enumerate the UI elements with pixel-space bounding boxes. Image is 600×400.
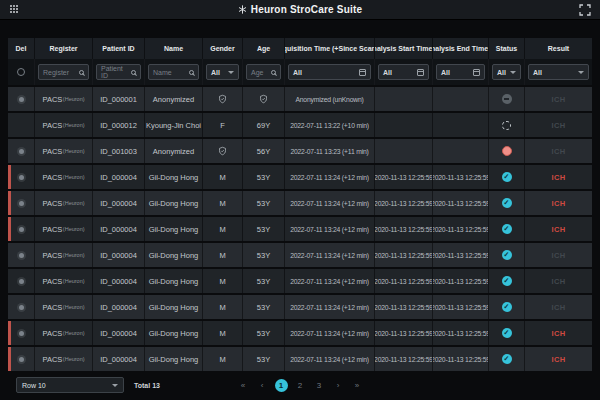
filter-cell-del [8, 59, 34, 85]
filter-input-age[interactable]: Age [246, 64, 281, 80]
status-done-icon [502, 250, 512, 260]
status-cell [488, 295, 524, 319]
acquisition-time-cell: 2022-07-11 13:24 (+12 min) [284, 295, 374, 319]
table-row[interactable]: PACS(Heuron)ID_000004Gil-Dong HongM53Y20… [8, 191, 592, 215]
column-header-patient-id: Patient ID [92, 38, 144, 59]
register-value: PACS [42, 199, 62, 208]
register-cell: PACS(Heuron) [34, 321, 92, 345]
name-cell: Gil-Dong Hong [144, 295, 202, 319]
column-header-label: Status [496, 45, 517, 52]
delete-button[interactable] [19, 201, 24, 206]
status-blocked-icon [502, 94, 512, 104]
table-row[interactable]: PACS(Heuron)ID_000012Kyoung-Jin ChoiF69Y… [8, 113, 592, 137]
analysis-start-cell: 2020-11-13 12:25:59 [374, 347, 432, 371]
table-row[interactable]: PACS(Heuron)ID_000004Gil-Dong HongM53Y20… [8, 165, 592, 189]
delete-button[interactable] [19, 97, 24, 102]
register-suffix: (Heuron) [63, 278, 85, 284]
table-body: PACS(Heuron)ID_000001AnonymizedAnonymize… [8, 87, 592, 371]
chevron-down-icon [578, 71, 584, 74]
result-cell: ICH [524, 165, 592, 189]
apps-grid-icon[interactable] [10, 5, 20, 15]
delete-button[interactable] [19, 357, 24, 362]
filter-select-status[interactable]: All [492, 64, 521, 80]
name-cell: Anonymized [144, 139, 202, 163]
register-cell: PACS(Heuron) [34, 139, 92, 163]
table-row[interactable]: PACS(Heuron)ID_000004Gil-Dong HongM53Y20… [8, 347, 592, 371]
page-last-button[interactable]: » [351, 379, 364, 392]
name-cell: Gil-Dong Hong [144, 165, 202, 189]
register-cell: PACS(Heuron) [34, 217, 92, 241]
table-row[interactable]: PACS(Heuron)ID_000004Gil-Dong HongM53Y20… [8, 321, 592, 345]
register-value: PACS [42, 121, 62, 130]
column-header-label: Analysis Start Time [374, 45, 432, 52]
delete-button[interactable] [19, 253, 24, 258]
fullscreen-icon[interactable] [579, 4, 591, 16]
table-row[interactable]: PACS(Heuron)ID_000004Gil-Dong HongM53Y20… [8, 295, 592, 319]
acquisition-time-cell: Anonymized (unKnown) [284, 87, 374, 111]
gender-cell: M [202, 165, 242, 189]
acquisition-time-cell: 2022-07-11 13:22 (+10 min) [284, 113, 374, 137]
filter-cell-gender: All [202, 59, 242, 85]
acquisition-time-cell: 2022-07-11 13:24 (+12 min) [284, 269, 374, 293]
patient-id-cell: ID_000004 [92, 165, 144, 189]
result-cell: ICH [524, 87, 592, 111]
delete-button[interactable] [19, 149, 24, 154]
register-cell: PACS(Heuron) [34, 165, 92, 189]
filter-date-acquisition-time[interactable]: All [288, 64, 371, 80]
title-bar: Heuron StroCare Suite [0, 0, 600, 20]
table-row[interactable]: PACS(Heuron)ID_000001AnonymizedAnonymize… [8, 87, 592, 111]
app-title-wrap: Heuron StroCare Suite [238, 4, 362, 15]
page-first-button[interactable]: « [237, 379, 250, 392]
filter-placeholder: Register [43, 69, 69, 76]
column-header-acquisition-time-since-scan[interactable]: Acquisition Time (+Since Scan)⇅ [284, 38, 374, 59]
page-button-3[interactable]: 3 [313, 379, 326, 392]
analysis-start-cell [374, 113, 432, 137]
delete-button[interactable] [19, 175, 24, 180]
register-suffix: (Heuron) [63, 174, 85, 180]
status-cell [488, 139, 524, 163]
table-row[interactable]: PACS(Heuron)ID_000004Gil-Dong HongM53Y20… [8, 217, 592, 241]
filter-input-patient-id[interactable]: Patient ID [96, 64, 141, 80]
table-row[interactable]: PACS(Heuron)ID_001003Anonymized56Y2022-0… [8, 139, 592, 163]
register-suffix: (Heuron) [63, 226, 85, 232]
acquisition-time-cell: 2022-07-11 13:24 (+12 min) [284, 165, 374, 189]
filter-input-register[interactable]: Register [38, 64, 89, 80]
filter-input-name[interactable]: Name [148, 64, 199, 80]
delete-button[interactable] [19, 331, 24, 336]
result-value: ICH [552, 95, 566, 104]
column-header-analysis-start-time[interactable]: Analysis Start Time⇅ [374, 38, 432, 59]
delete-button[interactable] [19, 305, 24, 310]
status-done-icon [502, 198, 512, 208]
result-cell: ICH [524, 113, 592, 137]
register-cell: PACS(Heuron) [34, 113, 92, 137]
gender-cell: M [202, 269, 242, 293]
calendar-icon [359, 69, 366, 76]
analysis-end-cell [432, 139, 488, 163]
status-done-icon [502, 328, 512, 338]
column-header-label: Analysis End Time [432, 45, 488, 52]
delete-button[interactable] [19, 227, 24, 232]
table-row[interactable]: PACS(Heuron)ID_000004Gil-Dong HongM53Y20… [8, 269, 592, 293]
gender-cell [202, 87, 242, 111]
search-icon [271, 70, 276, 75]
analysis-start-cell [374, 139, 432, 163]
filter-select-gender[interactable]: All [206, 64, 239, 80]
analysis-end-cell: 2020-11-13 12:25:59 [432, 295, 488, 319]
filter-date-analysis-start-time[interactable]: All [378, 64, 429, 80]
filter-value: All [383, 69, 392, 76]
column-header-analysis-end-time[interactable]: Analysis End Time⇅ [432, 38, 488, 59]
analysis-end-cell: 2020-11-13 12:25:59 [432, 269, 488, 293]
filter-date-analysis-end-time[interactable]: All [436, 64, 485, 80]
gender-cell: M [202, 243, 242, 267]
filter-select-result[interactable]: All [528, 64, 589, 80]
page-button-1[interactable]: 1 [275, 379, 288, 392]
result-value: ICH [552, 303, 566, 312]
page-button-2[interactable]: 2 [294, 379, 307, 392]
delete-button[interactable] [19, 279, 24, 284]
page-next-button[interactable]: › [332, 379, 345, 392]
page-prev-button[interactable]: ‹ [256, 379, 269, 392]
analysis-end-cell [432, 113, 488, 137]
table-row[interactable]: PACS(Heuron)ID_000004Gil-Dong HongM53Y20… [8, 243, 592, 267]
status-error-icon [502, 146, 512, 156]
reset-filters-icon[interactable] [17, 68, 25, 76]
